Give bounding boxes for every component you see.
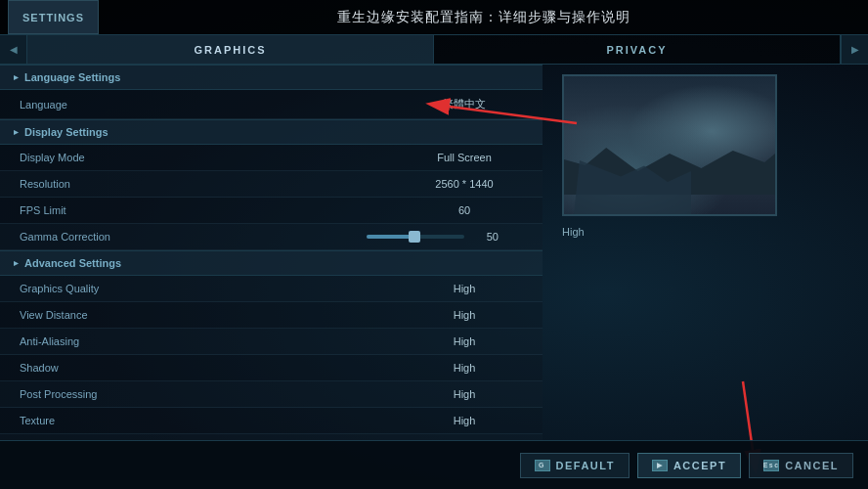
language-value: 繁體中文 xyxy=(406,97,523,111)
resolution-value: 2560 * 1440 xyxy=(406,178,523,190)
setting-language[interactable]: Language 繁體中文 xyxy=(0,90,542,119)
setting-texture[interactable]: Texture High xyxy=(0,408,542,434)
preview-scene xyxy=(564,76,775,214)
tab-next-icon[interactable]: ▶ xyxy=(841,35,868,64)
accept-icon: ▶ xyxy=(652,460,668,471)
cancel-button[interactable]: Esc CANCEL xyxy=(749,453,853,478)
preview-image xyxy=(562,74,777,216)
post-processing-label: Post Processing xyxy=(20,388,406,400)
top-banner: SETTINGS 重生边缘安装配置指南：详细步骤与操作说明 xyxy=(0,0,868,35)
settings-tab-label: SETTINGS xyxy=(8,0,99,34)
setting-graphics-quality[interactable]: Graphics Quality High xyxy=(0,276,542,302)
section-language-header: Language Settings xyxy=(0,65,542,90)
settings-label: SETTINGS xyxy=(22,12,84,23)
setting-view-distance[interactable]: View Distance High xyxy=(0,302,542,329)
anti-aliasing-value: High xyxy=(406,335,523,347)
tab-privacy[interactable]: PRIVACY xyxy=(434,35,841,64)
cancel-label: CANCEL xyxy=(785,460,839,471)
page-title: 重生边缘安装配置指南：详细步骤与操作说明 xyxy=(99,9,868,26)
slider-track xyxy=(367,235,464,239)
accept-button[interactable]: ▶ ACCEPT xyxy=(637,453,741,478)
resolution-label: Resolution xyxy=(20,178,406,190)
setting-display-mode[interactable]: Display Mode Full Screen xyxy=(0,145,542,171)
setting-post-processing[interactable]: Post Processing High xyxy=(0,381,542,408)
default-icon: G xyxy=(535,460,550,471)
tab-bar: ◀ GRAPHICS PRIVACY ▶ xyxy=(0,35,868,65)
shadow-value: High xyxy=(406,362,523,374)
gamma-value: 50 xyxy=(474,231,499,243)
gamma-label: Gamma Correction xyxy=(20,231,367,243)
graphics-quality-label: Graphics Quality xyxy=(20,283,406,294)
setting-fps-limit[interactable]: FPS Limit 60 xyxy=(0,198,542,224)
preview-label: High xyxy=(562,226,585,238)
fps-label: FPS Limit xyxy=(20,204,406,216)
view-distance-value: High xyxy=(406,309,523,321)
slider-thumb[interactable] xyxy=(409,231,420,243)
texture-value: High xyxy=(406,415,523,426)
cancel-icon: Esc xyxy=(763,460,779,471)
main-content: Language Settings Language 繁體中文 Display … xyxy=(0,65,868,440)
settings-panel: Language Settings Language 繁體中文 Display … xyxy=(0,65,542,440)
gamma-slider[interactable]: 50 xyxy=(367,231,523,243)
graphics-quality-value: High xyxy=(406,283,523,294)
tab-graphics[interactable]: GRAPHICS xyxy=(27,35,434,64)
tab-prev-icon[interactable]: ◀ xyxy=(0,35,27,64)
default-label: DEFAULT xyxy=(556,460,615,471)
action-bar: G DEFAULT ▶ ACCEPT Esc CANCEL xyxy=(0,440,868,489)
setting-resolution[interactable]: Resolution 2560 * 1440 xyxy=(0,171,542,198)
accept-label: ACCEPT xyxy=(673,460,726,471)
texture-label: Texture xyxy=(20,415,406,426)
default-button[interactable]: G DEFAULT xyxy=(520,453,629,478)
display-mode-label: Display Mode xyxy=(20,152,406,163)
post-processing-value: High xyxy=(406,388,523,400)
setting-anti-aliasing[interactable]: Anti-Aliasing High xyxy=(0,329,542,355)
language-label: Language xyxy=(20,99,406,111)
view-distance-label: View Distance xyxy=(20,309,406,321)
slider-fill xyxy=(367,235,411,239)
section-display-header: Display Settings xyxy=(0,119,542,145)
anti-aliasing-label: Anti-Aliasing xyxy=(20,335,406,347)
preview-panel: High xyxy=(542,65,868,440)
display-mode-value: Full Screen xyxy=(406,152,523,163)
setting-shadow[interactable]: Shadow High xyxy=(0,355,542,381)
shadow-label: Shadow xyxy=(20,362,406,374)
fps-value: 60 xyxy=(406,204,523,216)
setting-gamma[interactable]: Gamma Correction 50 xyxy=(0,224,542,250)
section-advanced-header: Advanced Settings xyxy=(0,250,542,276)
